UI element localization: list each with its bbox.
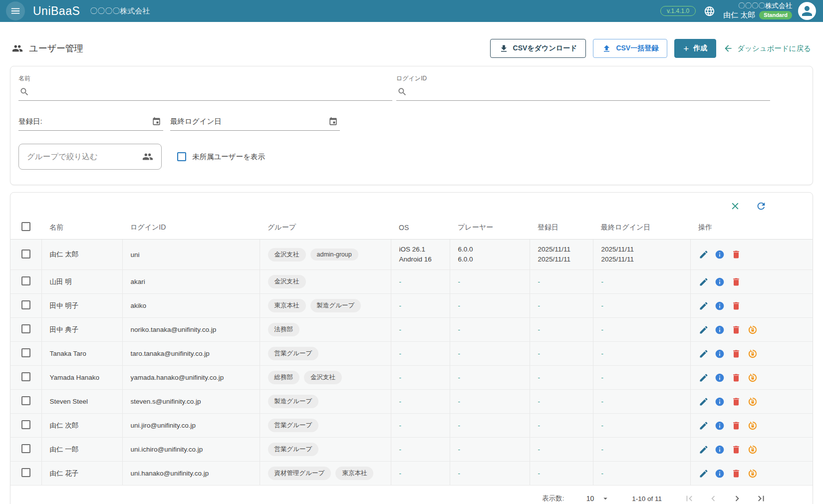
select-all-checkbox[interactable] [21, 222, 30, 231]
registered-date-filter[interactable]: 登録日: [18, 115, 163, 131]
row-checkbox[interactable] [21, 396, 30, 405]
delete-user-button[interactable] [731, 325, 741, 335]
user-registered-cell: 2025/11/112025/11/11 [530, 240, 593, 270]
row-checkbox[interactable] [21, 444, 30, 453]
menu-button[interactable] [6, 1, 25, 20]
calendar-icon[interactable] [152, 117, 161, 126]
user-os-cell: - [391, 462, 450, 486]
trash-icon [731, 325, 741, 335]
delete-user-button[interactable] [731, 301, 741, 311]
user-detail-button[interactable] [715, 250, 725, 259]
user-login-id-cell: uni [122, 240, 260, 270]
delete-user-button[interactable] [731, 349, 741, 359]
info-icon [715, 469, 725, 479]
reset-password-button[interactable] [748, 373, 758, 383]
delete-user-button[interactable] [731, 469, 741, 479]
lock-reset-icon [748, 421, 758, 431]
edit-user-button[interactable] [699, 421, 709, 431]
edit-user-button[interactable] [699, 277, 709, 287]
edit-user-button[interactable] [699, 250, 709, 259]
calendar-icon[interactable] [328, 117, 338, 126]
user-detail-button[interactable] [715, 397, 725, 407]
group-chip: 法務部 [268, 323, 300, 336]
user-registered-cell: - [530, 294, 593, 318]
edit-user-button[interactable] [699, 349, 709, 359]
trash-icon [731, 277, 741, 287]
row-checkbox[interactable] [21, 468, 30, 477]
user-detail-button[interactable] [715, 325, 725, 335]
create-button[interactable]: + 作成 [674, 39, 716, 58]
clear-selection-button[interactable] [730, 201, 741, 212]
delete-user-button[interactable] [731, 397, 741, 407]
user-detail-button[interactable] [715, 469, 725, 479]
unaffiliated-checkbox[interactable] [177, 152, 186, 161]
reset-password-button[interactable] [748, 445, 758, 455]
first-page-button[interactable] [684, 493, 695, 504]
row-checkbox[interactable] [21, 420, 30, 429]
row-checkbox[interactable] [21, 250, 30, 258]
row-checkbox[interactable] [21, 276, 30, 285]
delete-user-button[interactable] [731, 421, 741, 431]
csv-download-button[interactable]: CSVをダウンロード [490, 39, 586, 58]
table-row: 由仁 次郎 uni.jiro@unifinity.co.jp 営業グループ - … [10, 414, 813, 438]
edit-user-button[interactable] [699, 373, 709, 383]
csv-bulk-register-button[interactable]: CSV一括登録 [593, 39, 667, 58]
delete-user-button[interactable] [731, 373, 741, 383]
trash-icon [731, 250, 741, 259]
user-detail-button[interactable] [715, 445, 725, 455]
edit-user-button[interactable] [699, 469, 709, 479]
user-player-cell: - [450, 438, 530, 462]
edit-user-button[interactable] [699, 445, 709, 455]
reset-password-button[interactable] [748, 325, 758, 335]
refresh-button[interactable] [756, 201, 767, 212]
edit-user-button[interactable] [699, 397, 709, 407]
next-page-button[interactable] [732, 493, 743, 504]
reset-password-button[interactable] [748, 421, 758, 431]
pencil-icon [699, 277, 709, 287]
name-filter-input[interactable] [33, 88, 391, 96]
row-checkbox[interactable] [21, 300, 30, 309]
table-row: Yamada Hanako yamada.hanako@unifinity.co… [10, 366, 813, 390]
delete-user-button[interactable] [731, 445, 741, 455]
user-os-cell: iOS 26.1Android 16 [391, 240, 450, 270]
info-icon [715, 445, 725, 455]
delete-user-button[interactable] [731, 250, 741, 259]
column-header-group: グループ [260, 216, 391, 240]
row-checkbox[interactable] [21, 324, 30, 333]
user-login-id-cell: steven.s@unifinity.co.jp [122, 390, 260, 414]
show-unaffiliated-toggle[interactable]: 未所属ユーザーを表示 [177, 152, 265, 162]
page-size-select[interactable]: 10 [586, 494, 610, 503]
pencil-icon [699, 325, 709, 335]
user-detail-button[interactable] [715, 277, 725, 287]
user-detail-button[interactable] [715, 373, 725, 383]
edit-user-button[interactable] [699, 301, 709, 311]
group-chip: 営業グループ [268, 443, 319, 456]
account-button[interactable] [798, 2, 816, 20]
user-detail-button[interactable] [715, 301, 725, 311]
language-button[interactable] [704, 5, 715, 17]
group-filter-input[interactable]: グループで絞り込む [18, 144, 162, 170]
user-name-cell: Yamada Hanako [41, 366, 122, 390]
name-filter-label: 名前 [18, 74, 392, 83]
edit-user-button[interactable] [699, 325, 709, 335]
user-groups-cell: 営業グループ [260, 438, 391, 462]
last-login-date-filter[interactable]: 最終ログイン日 [170, 115, 340, 131]
reset-password-button[interactable] [748, 469, 758, 479]
row-checkbox[interactable] [21, 348, 30, 357]
pencil-icon [699, 397, 709, 407]
user-last-login-cell: 2025/11/112025/11/11 [593, 240, 690, 270]
login-id-filter-input[interactable] [411, 88, 769, 96]
user-detail-button[interactable] [715, 349, 725, 359]
arrow-left-icon [723, 43, 733, 53]
last-page-button[interactable] [756, 493, 767, 504]
prev-page-button[interactable] [708, 493, 719, 504]
reset-password-button[interactable] [748, 349, 758, 359]
back-to-dashboard-link[interactable]: ダッシュボードに戻る [723, 43, 811, 53]
user-player-cell: 6.0.06.0.0 [450, 240, 530, 270]
reset-password-button[interactable] [748, 397, 758, 407]
delete-user-button[interactable] [731, 277, 741, 287]
user-detail-button[interactable] [715, 421, 725, 431]
download-icon [499, 44, 509, 53]
row-checkbox[interactable] [21, 372, 30, 381]
filter-panel: 名前 ログインID 登録日: 最終ログイン日 グループで絞り込む [10, 66, 813, 185]
